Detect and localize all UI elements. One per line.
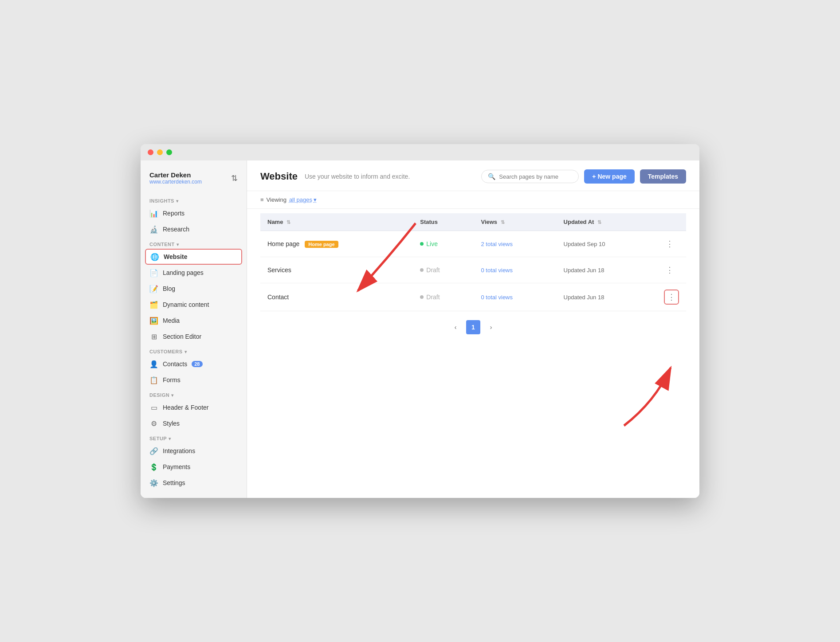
col-views: Views ⇅ [474,213,556,231]
settings-icon: ⚙️ [149,478,158,487]
sidebar-item-label: Contacts [163,360,187,368]
col-updated-at: Updated At ⇅ [557,213,657,231]
section-label-customers: CUSTOMERS▾ [141,344,247,356]
app-body: Carter Deken www.carterdeken.com ⇅ INSIG… [141,160,699,498]
sidebar-item-forms[interactable]: 📋 Forms [141,372,247,388]
more-options-button[interactable]: ⋮ [664,237,675,251]
sidebar-item-label: Reports [163,210,184,217]
forms-icon: 📋 [149,376,158,384]
sidebar-item-label: Research [163,226,189,233]
table-container: Name ⇅ Status Views ⇅ [247,209,699,498]
cell-more: ⋮ [657,231,686,257]
main-content: Website Use your website to inform and e… [247,160,699,498]
sidebar-item-settings[interactable]: ⚙️ Settings [141,475,247,491]
table-row: Home page Home page Live [260,231,686,257]
status-dot-live [420,242,424,246]
sidebar-item-label: Website [164,253,187,260]
filter-icon: ≡ [260,196,264,203]
contacts-badge: 28 [192,361,202,367]
page-header: Website Use your website to inform and e… [247,160,699,191]
col-status: Status [413,213,474,231]
reports-icon: 📊 [149,209,158,218]
sidebar-item-label: Blog [163,285,175,292]
sort-icon-views: ⇅ [501,219,505,225]
website-icon: 🌐 [150,252,159,261]
sidebar-item-label: Header & Footer [163,404,209,411]
sidebar-item-styles[interactable]: ⚙ Styles [141,415,247,431]
sidebar-item-label: Styles [163,420,180,427]
all-pages-filter[interactable]: all pages ▾ [289,196,317,203]
sidebar-item-dynamic-content[interactable]: 🗂️ Dynamic content [141,297,247,313]
sidebar-item-label: Landing pages [163,269,204,276]
page-1-button[interactable]: 1 [466,320,480,334]
main-content-area: Name ⇅ Status Views ⇅ [247,209,699,498]
title-bar [141,144,699,160]
page-subtitle: Use your website to inform and excite. [305,173,410,180]
section-label-content: CONTENT▾ [141,237,247,249]
cell-more: ⋮ [657,257,686,283]
cell-status: Live [413,231,474,257]
research-icon: 🔬 [149,225,158,234]
cell-views: 0 total views [474,283,556,311]
sidebar-item-landing-pages[interactable]: 📄 Landing pages [141,265,247,281]
sidebar-item-blog[interactable]: 📝 Blog [141,281,247,297]
home-tag: Home page [305,241,338,248]
integrations-icon: 🔗 [149,446,158,455]
user-name: Carter Deken [149,171,202,179]
templates-button[interactable]: Templates [640,169,686,184]
cell-status: Draft [413,283,474,311]
media-icon: 🖼️ [149,316,158,325]
minimize-button[interactable] [157,149,163,155]
cell-name: Contact [260,283,413,311]
close-button[interactable] [148,149,153,155]
sidebar-item-label: Dynamic content [163,301,209,308]
header-actions: 🔍 + New page Templates [481,169,686,184]
sidebar-item-integrations[interactable]: 🔗 Integrations [141,443,247,459]
status-dot-draft [420,295,424,299]
viewing-label: Viewing [267,196,287,203]
sidebar: Carter Deken www.carterdeken.com ⇅ INSIG… [141,160,247,498]
sidebar-item-payments[interactable]: 💲 Payments [141,459,247,475]
sidebar-item-research[interactable]: 🔬 Research [141,221,247,237]
sidebar-item-label: Section Editor [163,333,201,340]
next-page-button[interactable]: › [484,320,498,334]
page-title: Website [260,171,298,182]
contacts-icon: 👤 [149,360,158,368]
cell-name: Services [260,257,413,283]
sidebar-item-reports[interactable]: 📊 Reports [141,205,247,221]
more-options-button-highlighted[interactable]: ⋮ [664,290,679,305]
sort-icon-updated: ⇅ [597,219,601,225]
search-input[interactable] [499,173,572,180]
search-box[interactable]: 🔍 [481,170,579,183]
sidebar-user-profile[interactable]: Carter Deken www.carterdeken.com ⇅ [141,168,247,194]
landing-pages-icon: 📄 [149,268,158,277]
viewing-bar: ≡ Viewing all pages ▾ [247,191,699,209]
more-options-button[interactable]: ⋮ [664,263,675,277]
sidebar-item-media[interactable]: 🖼️ Media [141,313,247,329]
styles-icon: ⚙ [149,419,158,428]
sidebar-item-contacts[interactable]: 👤 Contacts 28 [141,356,247,372]
sidebar-item-website[interactable]: 🌐 Website [145,249,242,265]
cell-views: 0 total views [474,257,556,283]
user-chevron-icon: ⇅ [231,173,238,183]
cell-status: Draft [413,257,474,283]
status-dot-draft [420,268,424,272]
sidebar-item-label: Payments [163,463,190,470]
payments-icon: 💲 [149,462,158,471]
cell-updated: Updated Sep 10 [557,231,657,257]
new-page-button[interactable]: + New page [584,169,634,184]
sidebar-item-label: Settings [163,479,185,486]
sidebar-item-header-footer[interactable]: ▭ Header & Footer [141,399,247,415]
col-name: Name ⇅ [260,213,413,231]
sidebar-item-label: Forms [163,376,181,384]
section-label-insights: INSIGHTS▾ [141,194,247,205]
prev-page-button[interactable]: ‹ [448,320,463,334]
maximize-button[interactable] [166,149,172,155]
user-url: www.carterdeken.com [149,179,202,185]
cell-updated: Updated Jun 18 [557,257,657,283]
sidebar-item-section-editor[interactable]: ⊞ Section Editor [141,329,247,344]
cell-views: 2 total views [474,231,556,257]
dynamic-content-icon: 🗂️ [149,300,158,309]
pagination: ‹ 1 › [260,311,686,343]
pages-table: Name ⇅ Status Views ⇅ [260,213,686,311]
